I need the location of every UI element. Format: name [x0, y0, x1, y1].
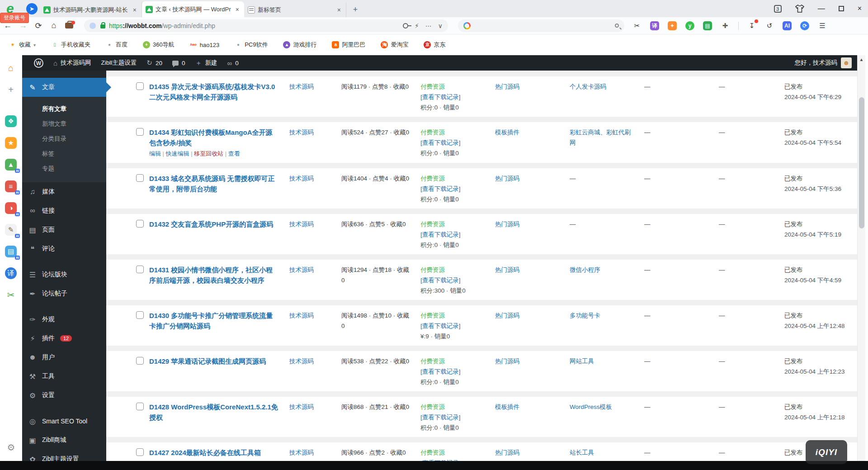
- sidebar-item-页面[interactable]: ▤页面: [22, 220, 106, 239]
- extensions-puzzle-icon[interactable]: ✚: [721, 21, 730, 30]
- submenu-item-新增文章[interactable]: 新增文章: [22, 116, 106, 131]
- scroll-up-arrow[interactable]: ▲: [858, 55, 865, 62]
- strip-app-app-grid[interactable]: ❖: [0, 110, 22, 132]
- ssl-lock-icon[interactable]: [100, 24, 105, 28]
- strip-app-doc-ai[interactable]: ▤AI: [0, 241, 22, 262]
- page-scrollbar[interactable]: ▲: [857, 55, 865, 470]
- games-icon[interactable]: ✦: [668, 21, 677, 30]
- bookmark-item[interactable]: ●PC9软件: [235, 41, 268, 49]
- bookmark-item[interactable]: a阿里巴巴: [332, 41, 365, 49]
- main-menu-icon[interactable]: ☰: [818, 21, 827, 30]
- post-checkbox[interactable]: [136, 128, 144, 136]
- theme-shirt-icon[interactable]: [795, 5, 804, 13]
- sidebar-item-评论[interactable]: ❝评论: [22, 239, 106, 258]
- submenu-item-专题[interactable]: 专题: [22, 161, 106, 176]
- post-checkbox[interactable]: [136, 174, 144, 182]
- downloads-icon[interactable]: ↧: [747, 21, 756, 30]
- submenu-item-所有文章[interactable]: 所有文章: [22, 101, 106, 116]
- browser-tab[interactable]: 新标签页×: [244, 2, 346, 17]
- sync-icon[interactable]: ⟳: [800, 21, 809, 30]
- sidebar-item-Zibll商城[interactable]: ▣Zibll商城: [22, 431, 106, 450]
- reading-book-icon[interactable]: ▤: [703, 21, 712, 30]
- strip-app-settings-gear[interactable]: ⚙: [0, 437, 22, 458]
- row-action-link[interactable]: 快速编辑: [166, 150, 189, 157]
- post-author-link[interactable]: 技术源码: [289, 83, 314, 90]
- address-dropdown-chevron[interactable]: ∨: [438, 22, 443, 29]
- post-author-link[interactable]: 技术源码: [289, 175, 314, 182]
- post-title-link[interactable]: D1430 多功能号卡推广分销管理系统流量卡推广分销网站源码: [149, 310, 278, 331]
- speed-bolt-icon[interactable]: ⚡: [415, 22, 419, 29]
- ai-assistant-icon[interactable]: AI: [783, 21, 792, 30]
- download-records-link[interactable]: [查看下载记录]: [420, 366, 484, 377]
- download-records-link[interactable]: [查看下载记录]: [420, 184, 484, 194]
- strip-app-favorites-star[interactable]: ★: [0, 132, 22, 154]
- post-author-link[interactable]: 技术源码: [289, 449, 314, 456]
- post-author-link[interactable]: 技术源码: [289, 358, 314, 365]
- bookmark-item[interactable]: ▲游戏排行: [283, 41, 316, 49]
- post-category-link[interactable]: 热门源码: [495, 221, 519, 228]
- post-checkbox[interactable]: [136, 266, 144, 273]
- reader-mode-icon[interactable]: [90, 23, 96, 29]
- sidebar-item-插件[interactable]: ⚡插件12: [22, 329, 106, 348]
- post-author-link[interactable]: 技术源码: [289, 266, 314, 273]
- more-options-icon[interactable]: ⋯: [425, 22, 432, 29]
- search-box[interactable]: [458, 19, 624, 32]
- post-category-link[interactable]: 热门源码: [495, 312, 519, 319]
- new-content-menu[interactable]: ＋新建: [195, 59, 217, 67]
- post-tags-link[interactable]: WordPress模板: [570, 404, 612, 410]
- submenu-item-标签[interactable]: 标签: [22, 146, 106, 161]
- strip-app-notes-ai[interactable]: ✎AI: [0, 219, 22, 241]
- strip-app-home[interactable]: ⌂: [0, 57, 22, 79]
- post-title-link[interactable]: D1434 彩虹知识付费模板MangoA全开源包含秒杀/抽奖: [149, 127, 278, 148]
- bookmark-item[interactable]: ●百度: [106, 41, 127, 49]
- sidebar-item-Smart SEO Tool[interactable]: ◎Smart SEO Tool: [22, 412, 106, 431]
- sidebar-item-论坛帖子[interactable]: ✒论坛帖子: [22, 284, 106, 303]
- new-tab-button[interactable]: +: [349, 3, 362, 16]
- post-category-link[interactable]: 模板插件: [495, 404, 519, 410]
- download-records-link[interactable]: [查看下载记录]: [420, 412, 484, 423]
- download-records-link[interactable]: [查看下载记录]: [420, 229, 484, 240]
- tab-count-badge[interactable]: 3: [774, 5, 782, 13]
- bookmark-item[interactable]: ★收藏▾: [9, 41, 36, 49]
- sidebar-item-外观[interactable]: ✑外观: [22, 310, 106, 329]
- post-checkbox[interactable]: [136, 220, 144, 228]
- strip-app-pdf-ai[interactable]: ≡AI: [0, 176, 22, 197]
- sidebar-item-媒体[interactable]: ♫媒体: [22, 182, 106, 201]
- download-records-link[interactable]: [查看下载记录]: [420, 321, 484, 331]
- post-category-link[interactable]: 热门源码: [495, 449, 519, 456]
- post-category-link[interactable]: 模板插件: [495, 129, 519, 136]
- minimize-button[interactable]: —: [818, 5, 825, 13]
- post-title-link[interactable]: D1433 域名交易系统源码 无需授权即可正常使用，附带后台功能: [149, 173, 278, 194]
- post-category-link[interactable]: 热门源码: [495, 358, 519, 365]
- translate-icon[interactable]: 译: [650, 21, 659, 30]
- login-account-badge[interactable]: 登录账号: [0, 13, 29, 23]
- post-author-link[interactable]: 技术源码: [289, 221, 314, 228]
- post-checkbox[interactable]: [136, 357, 144, 365]
- tab-close-icon[interactable]: ×: [234, 6, 241, 13]
- bookmark-item[interactable]: ▯手机收藏夹: [51, 41, 90, 49]
- strip-app-translate[interactable]: 译: [0, 262, 22, 284]
- bookmark-item[interactable]: haohao123: [190, 41, 219, 48]
- bookmark-item[interactable]: 京京东: [424, 41, 445, 49]
- post-tags-link[interactable]: 网站工具: [570, 358, 594, 365]
- zibll-theme-settings-menu[interactable]: Zibll主题设置: [101, 59, 137, 67]
- strip-app-scissors[interactable]: ✂: [0, 284, 22, 306]
- scrollbar-thumb[interactable]: [859, 97, 864, 228]
- address-bar[interactable]: https://wobbt.com/wp-admin/edit.php ⚡ ⋯ …: [84, 19, 448, 32]
- video-icon[interactable]: y: [685, 21, 694, 30]
- tab-close-icon[interactable]: ×: [132, 6, 138, 14]
- sidebar-item-设置[interactable]: ⚙设置: [22, 386, 106, 405]
- row-action-link[interactable]: 编辑: [149, 150, 161, 157]
- post-tags-link[interactable]: 站长工具: [570, 449, 594, 456]
- comments-menu[interactable]: 0: [172, 60, 185, 66]
- sidebar-item-工具[interactable]: ⚒工具: [22, 367, 106, 386]
- submenu-item-分类目录[interactable]: 分类目录: [22, 131, 106, 146]
- post-checkbox[interactable]: [136, 311, 144, 319]
- browser-tab[interactable]: 文章 ‹ 技术源码网 — WordPr×: [142, 1, 244, 17]
- post-title-link[interactable]: D1431 校园小情书微信小程序，社区小程序前后端开源，校园表白墙交友小程序: [149, 265, 278, 285]
- row-action-link[interactable]: 移至回收站: [194, 150, 223, 157]
- post-category-link[interactable]: 热门源码: [495, 83, 519, 90]
- post-title-link[interactable]: D1435 异次元发卡源码系统/荔枝发卡V3.0二次元风格发卡网全开源源码: [149, 81, 278, 102]
- post-tags-link[interactable]: 多功能号卡: [570, 312, 600, 319]
- sidebar-item-文章[interactable]: ✎文章: [22, 78, 106, 97]
